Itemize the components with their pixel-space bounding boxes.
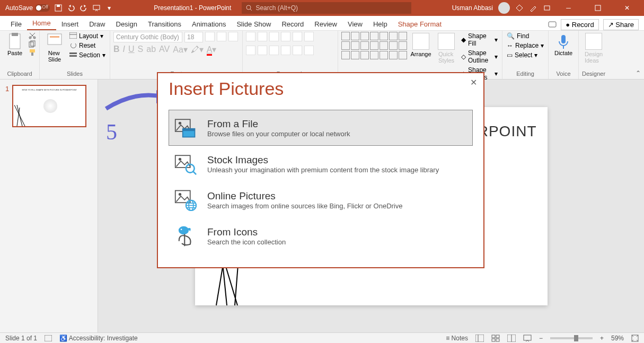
replace-button[interactable]: ↔ Replace ▾	[506, 41, 545, 50]
save-icon[interactable]	[54, 4, 63, 12]
collapse-ribbon-icon[interactable]: ⌃	[636, 69, 641, 77]
window-icon[interactable]	[543, 4, 551, 12]
italic-icon[interactable]: I	[123, 45, 125, 55]
underline-icon[interactable]: U	[128, 45, 135, 55]
option-from-file[interactable]: From a File Browse files on your compute…	[169, 110, 473, 146]
copy-icon[interactable]	[29, 40, 36, 48]
shape-outline-button[interactable]: ◇ Shape Outline ▾	[460, 49, 499, 65]
new-slide-button[interactable]: New Slide	[43, 32, 66, 64]
quick-styles-button[interactable]: Quick Styles	[435, 32, 458, 65]
reset-button[interactable]: Reset	[68, 41, 107, 50]
strike-icon[interactable]: S	[138, 45, 144, 55]
align-left-icon[interactable]	[246, 46, 255, 55]
select-button[interactable]: ▭ Select ▾	[506, 51, 545, 59]
case-icon[interactable]: Aa▾	[173, 45, 188, 55]
decrease-font-icon[interactable]	[217, 32, 226, 41]
dictate-button[interactable]: Dictate	[552, 32, 575, 57]
arrange-button[interactable]: Arrange	[409, 32, 433, 58]
tab-record[interactable]: Record	[276, 18, 309, 30]
slideshow-view-icon[interactable]	[523, 335, 532, 342]
tab-draw[interactable]: Draw	[84, 18, 110, 30]
smart-art-icon[interactable]	[304, 46, 314, 55]
zoom-out-icon[interactable]: −	[539, 335, 543, 342]
tab-help[interactable]: Help	[368, 18, 393, 30]
tab-review[interactable]: Review	[309, 18, 342, 30]
outdent-icon[interactable]	[269, 32, 279, 41]
svg-rect-21	[69, 55, 77, 57]
slide-count[interactable]: Slide 1 of 1	[5, 335, 37, 342]
bullets-icon[interactable]	[246, 32, 255, 41]
autosave-label: AutoSave	[5, 4, 33, 12]
accessibility-status[interactable]: ♿ Accessibility: Investigate	[59, 335, 138, 342]
format-painter-icon[interactable]	[29, 49, 36, 56]
shadow-icon[interactable]: ab	[146, 45, 156, 55]
zoom-in-icon[interactable]: +	[600, 335, 604, 342]
present-icon[interactable]	[92, 4, 101, 12]
highlight-icon[interactable]: 🖍▾	[191, 45, 204, 55]
sorter-view-icon[interactable]	[491, 335, 500, 342]
layout-button[interactable]: Layout ▾	[68, 32, 107, 40]
cut-icon[interactable]	[29, 32, 36, 39]
zoom-slider[interactable]	[550, 337, 593, 339]
text-direction-icon[interactable]	[304, 32, 314, 41]
option-online-pictures[interactable]: Online Pictures Search images from onlin…	[169, 182, 473, 218]
normal-view-icon[interactable]	[475, 335, 484, 342]
design-ideas-button[interactable]: Design Ideas	[582, 32, 605, 65]
search-box[interactable]: Search (Alt+Q)	[242, 2, 411, 14]
autosave-toggle[interactable]: AutoSave Off	[5, 4, 50, 12]
line-spacing-icon[interactable]	[293, 32, 302, 41]
avatar[interactable]	[498, 2, 510, 14]
tab-design[interactable]: Design	[111, 18, 143, 30]
increase-font-icon[interactable]	[205, 32, 215, 41]
tab-file[interactable]: File	[5, 18, 27, 30]
align-right-icon[interactable]	[269, 46, 279, 55]
redo-icon[interactable]	[80, 4, 88, 12]
slide-panel[interactable]: 1 HOW TO FILL SHAPE WITH PICTURE IN POWE…	[0, 80, 98, 332]
tab-slideshow[interactable]: Slide Show	[231, 18, 276, 30]
option-stock-images[interactable]: Stock Images Unleash your imagination wi…	[169, 146, 473, 182]
tab-home[interactable]: Home	[27, 17, 56, 30]
share-button[interactable]: ↗ Share	[603, 19, 639, 30]
toggle-switch[interactable]: Off	[35, 4, 50, 12]
pen-icon[interactable]	[529, 4, 537, 12]
language-icon[interactable]	[45, 335, 52, 341]
shapes-gallery[interactable]	[341, 32, 407, 59]
tab-shape-format[interactable]: Shape Format	[393, 18, 447, 30]
qat-more-icon[interactable]: ▾	[105, 4, 113, 12]
numbering-icon[interactable]	[258, 32, 267, 41]
slide-thumb-1[interactable]: 1 HOW TO FILL SHAPE WITH PICTURE IN POWE…	[5, 85, 92, 127]
tab-transitions[interactable]: Transitions	[143, 18, 187, 30]
minimize-button[interactable]: ─	[557, 0, 580, 16]
justify-icon[interactable]	[281, 46, 290, 55]
paste-button[interactable]: Paste	[3, 32, 27, 57]
bold-icon[interactable]: B	[113, 45, 120, 55]
clear-format-icon[interactable]	[228, 32, 238, 41]
align-center-icon[interactable]	[258, 46, 267, 55]
section-button[interactable]: Section ▾	[68, 51, 107, 59]
fit-to-window-icon[interactable]	[631, 335, 639, 342]
notes-button[interactable]: ≡ Notes	[446, 335, 468, 342]
record-button[interactable]: ● Record	[561, 19, 598, 30]
font-color-icon[interactable]: A▾	[207, 45, 217, 55]
diamond-icon[interactable]	[515, 4, 524, 12]
tab-insert[interactable]: Insert	[56, 18, 84, 30]
zoom-percent[interactable]: 59%	[611, 335, 624, 342]
undo-icon[interactable]	[67, 4, 75, 12]
font-name-combo[interactable]: Century Gothic (Body)	[113, 32, 182, 42]
reading-view-icon[interactable]	[507, 335, 516, 342]
font-size-combo[interactable]: 18	[184, 32, 203, 42]
tab-view[interactable]: View	[342, 18, 368, 30]
find-button[interactable]: 🔍 Find	[506, 32, 545, 40]
dialog-close-button[interactable]: ✕	[470, 77, 477, 87]
svg-rect-18	[69, 32, 77, 39]
columns-icon[interactable]	[293, 46, 302, 55]
shape-fill-button[interactable]: ◆ Shape Fill ▾	[460, 32, 499, 48]
option-from-icons[interactable]: From Icons Search the icon collection	[169, 218, 473, 254]
spacing-icon[interactable]: AV	[159, 45, 170, 55]
maximize-button[interactable]	[586, 0, 610, 16]
user-name[interactable]: Usman Abbasi	[452, 4, 493, 12]
close-button[interactable]: ✕	[615, 0, 639, 16]
indent-icon[interactable]	[281, 32, 290, 41]
comments-icon[interactable]	[548, 21, 557, 29]
tab-animations[interactable]: Animations	[187, 18, 231, 30]
